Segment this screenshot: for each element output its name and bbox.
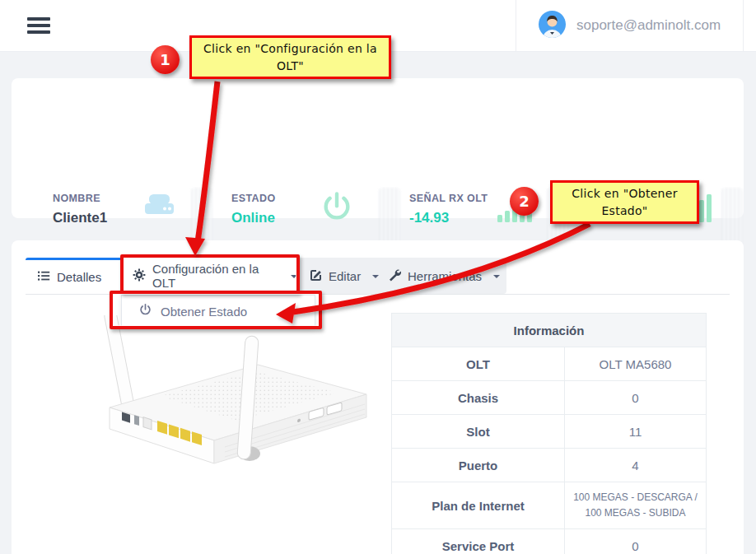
stat-estado-value: Online [231,210,276,226]
hamburger-menu-icon[interactable] [27,17,50,34]
tab-herramientas[interactable]: Herramientas [376,258,506,294]
tab-detalles[interactable]: Detalles [26,258,121,294]
chevron-down-icon [291,275,297,278]
list-icon [37,269,50,285]
tab-bar: Detalles Configuración en la OLT Edi [26,258,506,294]
row-puerto-value: 4 [565,449,707,482]
tab-editar[interactable]: Editar [297,258,376,294]
row-olt-label: OLT [392,347,565,381]
info-table-title: Información [392,314,707,347]
stat-senal-rx-onu-value: -14.58 [587,210,669,226]
signal-bars-icon [497,193,532,227]
chevron-down-icon [493,275,500,278]
menu-item-obtener-estado[interactable]: Obtener Estado [161,305,247,319]
row-chasis-label: Chasis [392,381,565,415]
tab-herramientas-label: Herramientas [408,269,482,283]
row-plan-value: 100 MEGAS - DESCARGA / 100 MEGAS - SUBID… [565,482,707,529]
user-menu[interactable]: soporte@adminolt.com [516,0,744,51]
row-plan-label: Plan de Internet [392,482,565,529]
info-table: Información OLT OLT MA5680 Chasis 0 Slot… [391,313,707,554]
power-icon [138,303,152,320]
table-row: OLT OLT MA5680 [392,347,707,381]
row-chasis-value: 0 [565,381,707,415]
onu-product-image [37,315,371,475]
table-row: Puerto 4 [392,449,707,482]
stat-senal-rx-onu-label: SEÑAL RX ONU [587,193,669,204]
stat-senal-rx-onu: SEÑAL RX ONU -14.58 [587,193,669,226]
table-row: Service Port 0 [392,529,707,554]
configuracion-dropdown-menu: Obtener Estado [121,295,315,328]
wrench-icon [388,268,401,284]
table-row: Slot 11 [392,415,707,449]
table-row: Chasis 0 [392,381,707,415]
tab-detalles-label: Detalles [57,270,101,284]
router-device-icon [140,192,178,225]
onu-status-card: NOMBRE Cliente1 ESTADO Online SEÑAL RX O… [12,78,744,218]
user-avatar [539,11,566,41]
row-slot-label: Slot [392,415,565,449]
power-icon [320,190,354,228]
stat-estado-label: ESTADO [231,193,276,204]
table-row: Plan de Internet 100 MEGAS - DESCARGA / … [392,482,707,529]
stat-senal-rx-olt: SEÑAL RX OLT -14.93 [409,193,488,226]
stat-senal-rx-olt-value: -14.93 [409,210,488,226]
stat-nombre-label: NOMBRE [53,193,107,204]
stat-estado: ESTADO Online [231,193,276,226]
edit-icon [309,268,322,284]
stat-senal-rx-olt-label: SEÑAL RX OLT [409,193,488,204]
tab-configuracion-olt[interactable]: Configuración en la OLT [121,258,297,294]
tab-configuracion-olt-label: Configuración en la OLT [152,262,279,290]
row-puerto-label: Puerto [392,449,565,482]
row-olt-value: OLT MA5680 [565,347,707,381]
tab-editar-label: Editar [329,269,361,283]
stat-nombre-value: Cliente1 [53,210,107,226]
user-email: soporte@adminolt.com [576,17,721,34]
signal-bars-icon [677,193,712,227]
row-slot-value: 11 [565,415,707,449]
top-header: soporte@adminolt.com [0,0,756,52]
row-serviceport-label: Service Port [392,529,565,554]
stat-nombre: NOMBRE Cliente1 [53,193,107,226]
row-serviceport-value: 0 [565,529,707,554]
gear-icon [133,268,146,284]
